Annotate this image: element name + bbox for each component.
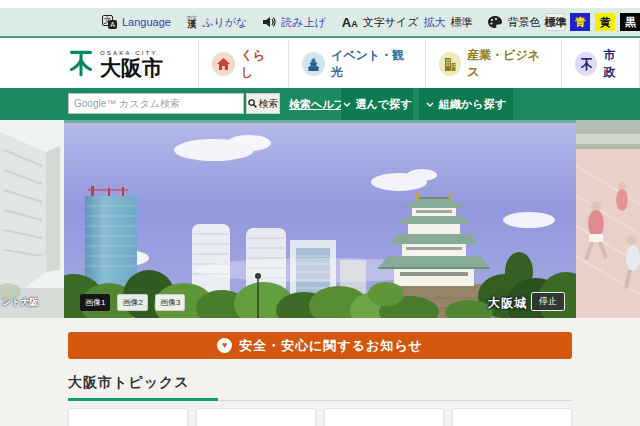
topic-card[interactable] [324,408,444,426]
magnifier-icon [248,99,257,108]
slide-selector: 画像1 画像2 画像3 [80,294,185,311]
bottom-section: ♥ 安全・安心に関するお知らせ 大阪市トピックス [0,318,640,426]
topics-heading: 大阪市トピックス [68,374,572,392]
topic-card[interactable] [196,408,316,426]
read-aloud[interactable]: 読み上げ [263,15,326,30]
topics-section: 大阪市トピックス [68,374,572,401]
nav-item-business[interactable]: 産業・ビジネス [425,40,561,88]
bg-color-label: 背景色 [507,15,540,30]
osaka-mark-icon-small [575,52,598,76]
crystal-tower-illustration [85,186,137,286]
palette-icon [488,16,502,28]
chevron-down-icon [343,102,351,107]
house-icon [212,52,235,76]
nav-item-event-tourism[interactable]: イベント・観光 [288,40,424,88]
search-bar: 検索 検索ヘルプ 選んで探す 組織から探す [0,88,640,120]
nav-item-city-government[interactable]: 市政 [561,40,640,88]
heart-icon: ♥ [217,338,232,353]
language-icon: 文 A [102,15,117,29]
slide-button-2[interactable]: 画像2 [117,294,147,311]
carousel-stop-button[interactable]: 停止 [531,292,565,311]
search-help-link[interactable]: 検索ヘルプ [289,97,345,112]
topics-card-row [68,408,572,426]
site-header: OSAKA CITY 大阪市 くらし イベント・観光 [0,40,640,88]
slide-button-3[interactable]: 画像3 [155,294,185,311]
read-aloud-label[interactable]: 読み上げ [281,15,326,30]
search-button[interactable]: 検索 [246,93,280,114]
language-switcher[interactable]: 文 A Language [102,15,171,29]
select-search-button[interactable]: 選んで探す [341,88,413,120]
bg-blue-button[interactable]: 青 [570,13,590,31]
castle-icon [302,52,325,76]
language-label[interactable]: Language [122,16,171,28]
font-size-label: 文字サイズ [363,15,419,30]
hero-previous-slide: ント大阪 [0,120,64,318]
org-search-button[interactable]: 組織から探す [419,88,513,120]
furigana-icon: かな 漢 [187,15,197,29]
bg-black-button[interactable]: 黒 [620,13,640,31]
topic-card[interactable] [452,408,572,426]
nav-item-kurashi[interactable]: くらし [198,40,288,88]
font-size-controls: AA 文字サイズ 拡大 標準 [342,15,473,30]
osaka-mark-icon [68,48,94,78]
topic-card[interactable] [68,408,188,426]
slide-button-1[interactable]: 画像1 [80,294,110,311]
building-icon [439,52,462,76]
hero-carousel: ント大阪 [0,120,640,318]
safety-notice-banner[interactable]: ♥ 安全・安心に関するお知らせ [68,332,572,359]
search-input[interactable] [68,93,244,114]
logo-japanese: 大阪市 [100,57,163,78]
hero-caption: 大阪城 [488,295,527,312]
chevron-down-icon [426,102,434,107]
speaker-icon [263,16,276,28]
background-color-controls: 背景色 標準 青 黄 黒 [488,13,640,31]
hero-next-slide-marathon [576,120,640,318]
furigana-toggle[interactable]: かな 漢 ふりがな [187,15,247,30]
main-navigation: くらし イベント・観光 [198,40,640,88]
osaka-city-logo[interactable]: OSAKA CITY 大阪市 [68,48,163,78]
accessibility-bar: 文 A Language かな 漢 ふりがな 読み上げ AA 文字サイズ 拡大 … [0,8,640,38]
hero-image-osaka-castle [64,120,576,318]
previous-slide-caption: ント大阪 [2,296,38,309]
bg-standard-button[interactable]: 標準 [545,13,565,31]
bg-yellow-button[interactable]: 黄 [595,13,615,31]
font-size-enlarge[interactable]: 拡大 [423,15,445,30]
font-size-standard[interactable]: 標準 [450,15,472,30]
font-size-icon: AA [342,16,358,29]
furigana-label[interactable]: ふりがな [202,15,247,30]
notice-label: 安全・安心に関するお知らせ [239,337,423,355]
topics-divider [68,398,572,401]
